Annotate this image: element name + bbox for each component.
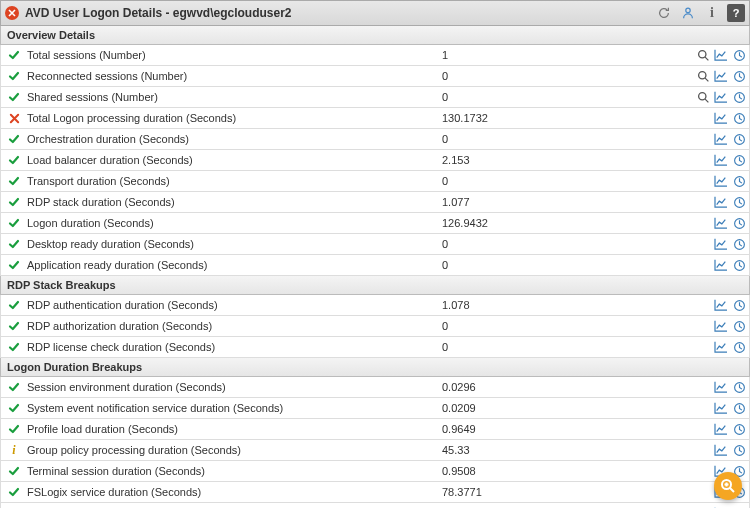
metric-row: iGroup policy processing duration (Secon… [0, 440, 750, 461]
chart-icon[interactable] [713, 152, 729, 168]
check-icon [7, 217, 21, 229]
history-icon[interactable] [731, 379, 747, 395]
row-actions [713, 110, 747, 126]
metric-row: Shell start duration (Seconds)0.9806 [0, 503, 750, 508]
chart-icon[interactable] [713, 215, 729, 231]
search-icon[interactable] [695, 89, 711, 105]
row-actions [713, 152, 747, 168]
history-icon[interactable] [731, 131, 747, 147]
history-icon[interactable] [731, 236, 747, 252]
metric-label: RDP license check duration (Seconds) [27, 341, 442, 353]
metric-value: 0 [442, 91, 695, 103]
metric-value: 1 [442, 49, 695, 61]
metric-row: Total Logon processing duration (Seconds… [0, 108, 750, 129]
metric-value: 0 [442, 320, 713, 332]
details-table: Overview DetailsTotal sessions (Number)1… [0, 26, 750, 508]
check-icon [7, 402, 21, 414]
user-icon[interactable] [677, 3, 699, 23]
chart-icon[interactable] [713, 318, 729, 334]
history-icon[interactable] [731, 442, 747, 458]
history-icon[interactable] [731, 47, 747, 63]
chart-icon[interactable] [713, 131, 729, 147]
chart-icon[interactable] [713, 297, 729, 313]
history-icon[interactable] [731, 89, 747, 105]
metric-row: RDP stack duration (Seconds)1.077 [0, 192, 750, 213]
chart-icon[interactable] [713, 257, 729, 273]
metric-value: 1.077 [442, 196, 713, 208]
metric-value: 1.078 [442, 299, 713, 311]
check-icon [7, 49, 21, 61]
chart-icon[interactable] [713, 194, 729, 210]
history-icon[interactable] [731, 421, 747, 437]
chart-icon[interactable] [713, 47, 729, 63]
metric-label: Total sessions (Number) [27, 49, 442, 61]
cross-icon [7, 113, 21, 124]
metric-value: 0.0209 [442, 402, 713, 414]
refresh-icon[interactable] [653, 3, 675, 23]
metric-row: Terminal session duration (Seconds)0.950… [0, 461, 750, 482]
metric-label: Session environment duration (Seconds) [27, 381, 442, 393]
history-icon[interactable] [731, 152, 747, 168]
history-icon[interactable] [731, 257, 747, 273]
row-actions [713, 318, 747, 334]
metric-value: 0 [442, 259, 713, 271]
window-title: AVD User Logon Details - egwvd\egcloudus… [25, 6, 292, 20]
info-icon[interactable]: i [701, 3, 723, 23]
row-actions [695, 47, 747, 63]
check-icon [7, 154, 21, 166]
check-icon [7, 320, 21, 332]
chart-icon[interactable] [713, 236, 729, 252]
check-icon [7, 196, 21, 208]
metric-label: Total Logon processing duration (Seconds… [27, 112, 442, 124]
titlebar: AVD User Logon Details - egwvd\egcloudus… [0, 0, 750, 26]
help-icon[interactable]: ? [727, 4, 745, 22]
history-icon[interactable] [731, 68, 747, 84]
chart-icon[interactable] [713, 421, 729, 437]
metric-label: Shared sessions (Number) [27, 91, 442, 103]
metric-row: Transport duration (Seconds)0 [0, 171, 750, 192]
row-actions [713, 400, 747, 416]
chart-icon[interactable] [713, 89, 729, 105]
history-icon[interactable] [731, 318, 747, 334]
metric-label: Application ready duration (Seconds) [27, 259, 442, 271]
row-actions [695, 68, 747, 84]
history-icon[interactable] [731, 339, 747, 355]
chart-icon[interactable] [713, 68, 729, 84]
row-actions [713, 236, 747, 252]
metric-row: Desktop ready duration (Seconds)0 [0, 234, 750, 255]
row-actions [713, 297, 747, 313]
chart-icon[interactable] [713, 173, 729, 189]
metric-label: Orchestration duration (Seconds) [27, 133, 442, 145]
chart-icon[interactable] [713, 442, 729, 458]
chart-icon[interactable] [713, 339, 729, 355]
history-icon[interactable] [731, 194, 747, 210]
svg-point-0 [686, 8, 690, 12]
close-icon[interactable] [5, 6, 19, 20]
chart-icon[interactable] [713, 379, 729, 395]
metric-row: Total sessions (Number)1 [0, 45, 750, 66]
history-icon[interactable] [731, 400, 747, 416]
metric-label: RDP stack duration (Seconds) [27, 196, 442, 208]
metric-value: 0.9508 [442, 465, 713, 477]
history-icon[interactable] [731, 215, 747, 231]
row-actions [713, 442, 747, 458]
check-icon [7, 423, 21, 435]
history-icon[interactable] [731, 110, 747, 126]
svg-point-1 [698, 50, 705, 57]
warn-icon: i [7, 443, 21, 458]
metric-row: Orchestration duration (Seconds)0 [0, 129, 750, 150]
search-icon[interactable] [695, 47, 711, 63]
metric-label: RDP authentication duration (Seconds) [27, 299, 442, 311]
metric-value: 45.33 [442, 444, 713, 456]
chart-icon[interactable] [713, 400, 729, 416]
check-icon [7, 259, 21, 271]
metric-label: Desktop ready duration (Seconds) [27, 238, 442, 250]
chart-icon[interactable] [713, 110, 729, 126]
zoom-in-fab[interactable] [714, 472, 742, 500]
search-icon[interactable] [695, 68, 711, 84]
history-icon[interactable] [731, 173, 747, 189]
svg-point-5 [698, 92, 705, 99]
history-icon[interactable] [731, 297, 747, 313]
metric-label: RDP authorization duration (Seconds) [27, 320, 442, 332]
metric-row: FSLogix service duration (Seconds)78.377… [0, 482, 750, 503]
